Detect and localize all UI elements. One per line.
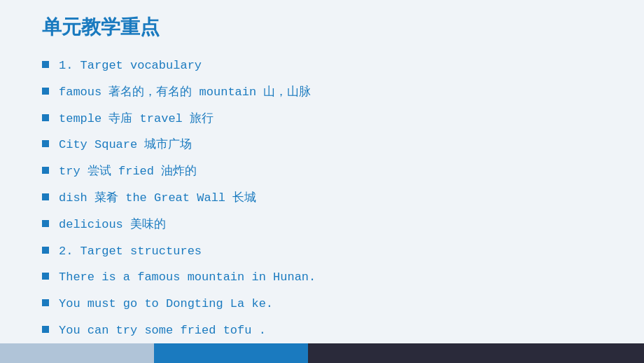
item-text: dish 菜肴 the Great Wall 长城: [59, 190, 256, 207]
item-text: You must go to Dongting La ke.: [59, 296, 273, 313]
bullet-icon: [42, 114, 49, 121]
content-list: 1. Target vocabularyfamous 著名的，有名的 mount…: [42, 57, 616, 339]
list-item: City Square 城市广场: [42, 137, 616, 153]
page-title: 单元教学重点: [42, 14, 616, 41]
item-text: City Square 城市广场: [59, 137, 192, 153]
bullet-icon: [42, 299, 49, 306]
list-item: 2. Target structures: [42, 243, 616, 260]
bullet-icon: [42, 140, 49, 147]
item-text: 2. Target structures: [59, 243, 202, 260]
bullet-icon: [42, 247, 49, 254]
list-item: famous 著名的，有名的 mountain 山，山脉: [42, 84, 616, 101]
item-text: 1. Target vocabulary: [59, 57, 202, 74]
list-item: There is a famous mountain in Hunan.: [42, 269, 616, 286]
item-text: There is a famous mountain in Hunan.: [59, 269, 316, 286]
item-text: famous 著名的，有名的 mountain 山，山脉: [59, 84, 311, 101]
bullet-icon: [42, 88, 49, 95]
list-item: You must go to Dongting La ke.: [42, 296, 616, 313]
bullet-icon: [42, 61, 49, 68]
main-content: 单元教学重点 1. Target vocabularyfamous 著名的，有名…: [0, 0, 644, 343]
list-item: 1. Target vocabulary: [42, 57, 616, 74]
bullet-icon: [42, 193, 49, 200]
list-item: You can try some fried tofu .: [42, 322, 616, 339]
item-text: delicious 美味的: [59, 217, 166, 233]
item-text: temple 寺庙 travel 旅行: [59, 111, 214, 128]
bullet-icon: [42, 273, 49, 280]
bullet-icon: [42, 220, 49, 227]
bullet-icon: [42, 167, 49, 174]
list-item: delicious 美味的: [42, 217, 616, 233]
list-item: dish 菜肴 the Great Wall 长城: [42, 190, 616, 207]
item-text: You can try some fried tofu .: [59, 322, 266, 339]
bottom-bar: [0, 343, 644, 363]
list-item: try 尝试 fried 油炸的: [42, 163, 616, 180]
bullet-icon: [42, 326, 49, 333]
bar-segment-blue: [154, 343, 308, 363]
list-item: temple 寺庙 travel 旅行: [42, 111, 616, 128]
item-text: try 尝试 fried 油炸的: [59, 163, 197, 180]
bar-segment-dark: [308, 343, 644, 363]
bar-segment-light: [0, 343, 154, 363]
